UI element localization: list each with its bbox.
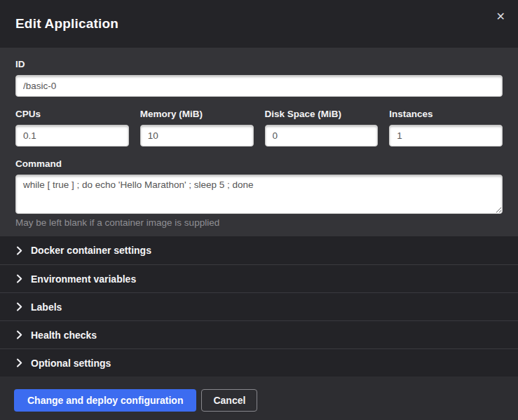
section-health-checks[interactable]: Health checks xyxy=(0,320,518,348)
chevron-right-icon xyxy=(15,276,22,283)
section-label: Optional settings xyxy=(31,358,111,369)
close-icon[interactable]: ✕ xyxy=(496,11,505,22)
section-label: Docker container settings xyxy=(31,245,151,256)
memory-input[interactable] xyxy=(140,125,254,147)
command-help-text: May be left blank if a container image i… xyxy=(15,217,503,228)
application-form: ID CPUs Memory (MiB) Disk Space (MiB) In… xyxy=(0,48,518,236)
modal-header: Edit Application ✕ xyxy=(0,0,518,48)
chevron-right-icon xyxy=(15,360,22,367)
disk-input[interactable] xyxy=(265,125,379,147)
modal-footer: Change and deploy configuration Cancel xyxy=(0,377,518,420)
instances-input[interactable] xyxy=(389,125,503,147)
edit-application-modal: Edit Application ✕ ID CPUs Memory (MiB) … xyxy=(0,0,518,420)
instances-field-group: Instances xyxy=(389,109,503,147)
chevron-right-icon xyxy=(15,332,22,339)
memory-field-group: Memory (MiB) xyxy=(140,109,254,147)
section-label: Health checks xyxy=(31,330,97,341)
section-labels[interactable]: Labels xyxy=(0,292,518,320)
cpus-field-group: CPUs xyxy=(15,109,129,147)
modal-title: Edit Application xyxy=(15,16,118,32)
section-docker-container-settings[interactable]: Docker container settings xyxy=(0,236,518,264)
cpus-input[interactable] xyxy=(15,125,129,147)
cancel-button[interactable]: Cancel xyxy=(201,389,257,412)
collapsible-sections: Docker container settings Environment va… xyxy=(0,236,518,377)
section-label: Labels xyxy=(31,302,62,313)
command-textarea[interactable]: while [ true ] ; do echo 'Hello Marathon… xyxy=(15,175,503,214)
disk-field-group: Disk Space (MiB) xyxy=(265,109,379,147)
memory-label: Memory (MiB) xyxy=(140,109,254,119)
change-and-deploy-button[interactable]: Change and deploy configuration xyxy=(14,389,196,412)
cpus-label: CPUs xyxy=(15,109,129,119)
id-field-group: ID xyxy=(15,59,503,97)
resources-row: CPUs Memory (MiB) Disk Space (MiB) Insta… xyxy=(15,109,503,147)
chevron-right-icon xyxy=(15,304,22,311)
command-label: Command xyxy=(15,158,503,169)
id-input[interactable] xyxy=(15,75,503,97)
id-label: ID xyxy=(15,59,503,69)
section-optional-settings[interactable]: Optional settings xyxy=(0,348,518,377)
chevron-right-icon xyxy=(15,247,22,254)
section-environment-variables[interactable]: Environment variables xyxy=(0,264,518,292)
section-label: Environment variables xyxy=(31,273,136,285)
disk-label: Disk Space (MiB) xyxy=(265,109,379,119)
instances-label: Instances xyxy=(389,109,503,119)
command-field-group: Command while [ true ] ; do echo 'Hello … xyxy=(15,158,503,228)
